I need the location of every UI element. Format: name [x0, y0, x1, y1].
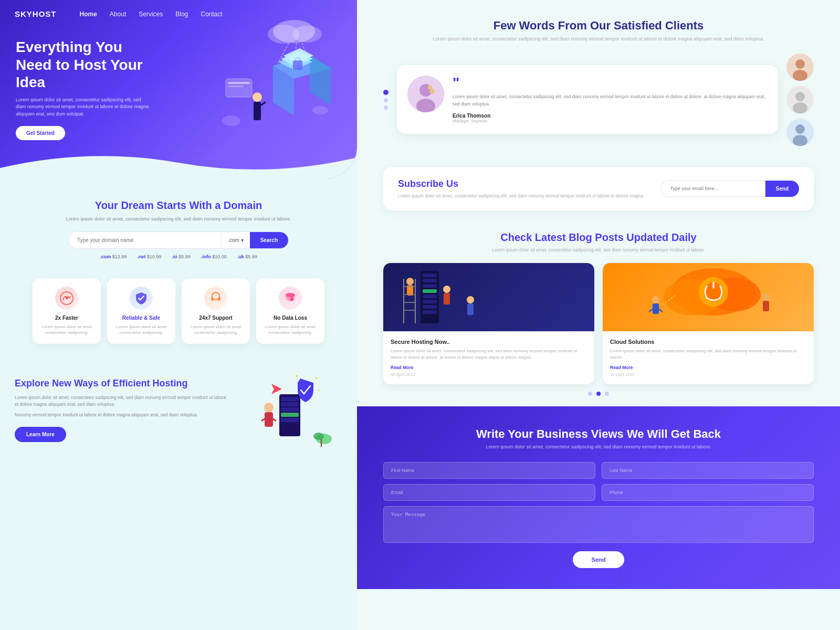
contact-first-name-input[interactable] [383, 462, 595, 479]
blog-card-1-read-more[interactable]: Read More [391, 365, 587, 370]
svg-rect-36 [281, 413, 299, 417]
contact-message-textarea[interactable] [383, 506, 814, 543]
svg-point-57 [795, 92, 805, 101]
speedometer-icon [59, 291, 74, 306]
blog-dot-3[interactable] [605, 392, 609, 396]
svg-rect-63 [423, 274, 437, 277]
hero-cta-button[interactable]: Get Started [16, 126, 65, 140]
blog-section: Check Latest Blog Posts Updated Daily Lo… [357, 221, 840, 406]
svg-point-94 [762, 293, 770, 301]
subscribe-email-input[interactable] [660, 180, 765, 197]
svg-rect-82 [467, 303, 474, 315]
testimonial-dot-2[interactable] [384, 98, 388, 102]
side-avatar-svg-2 [786, 86, 814, 113]
svg-point-24 [212, 292, 219, 300]
blog-cards: Secure Hosting Now.. Lorem ipsum dolor s… [383, 263, 814, 384]
hero-section: SKYHOST Home About Services Blog Contact… [0, 0, 357, 178]
contact-title: Write Your Business Views We Will Get Ba… [383, 427, 814, 441]
feature-title-data: No Data Loss [264, 315, 317, 321]
svg-rect-34 [281, 402, 299, 406]
svg-rect-42 [265, 412, 273, 427]
side-avatar-svg-3 [786, 119, 814, 146]
feature-card-support: 24x7 Support Lorem ipsum dolor sit amet … [182, 278, 250, 344]
contact-contact-row [383, 484, 814, 501]
svg-point-29 [286, 293, 295, 297]
feature-desc-data: Lorem ipsum dolor sit amet consectetur s… [264, 324, 317, 335]
svg-point-61 [793, 135, 807, 146]
side-avatar-3 [786, 119, 814, 146]
domain-price-info: .info $10.00 [201, 254, 227, 259]
svg-rect-72 [444, 293, 450, 304]
nav-blog[interactable]: Blog [175, 10, 188, 18]
svg-rect-17 [228, 82, 250, 84]
subscribe-section: Subscribe Us Lorem ipsum dolor sit amet,… [383, 167, 814, 211]
blog-dot-2[interactable] [596, 392, 601, 396]
testimonial-body: " Lorem ipsum dolor sit amet, consectetu… [453, 76, 768, 123]
blog-card-1-text: Lorem ipsum dolor sit amet, consectetur … [391, 348, 587, 361]
contact-description: Lorem ipsum dolor sit amet, consectetur … [383, 444, 814, 449]
hosting-svg: ✦ ✦ ✦ [240, 368, 340, 452]
side-avatars [786, 54, 814, 146]
contact-phone-input[interactable] [602, 484, 814, 501]
domain-ext-selector[interactable]: .com ▾ [221, 232, 249, 248]
subscribe-description: Lorem ipsum dolor sit amet, consectetur … [398, 193, 645, 200]
domain-price-com: .com $12.99 [100, 254, 127, 259]
testimonials-title: Few Words From Our Satisfied Clients [383, 19, 814, 33]
svg-point-55 [793, 70, 807, 81]
subscribe-text: Subscribe Us Lorem ipsum dolor sit amet,… [398, 178, 645, 200]
blog-card-2-body: Cloud Solutions Lorem ipsum dolor sit am… [603, 331, 814, 384]
shield-check-icon [134, 291, 149, 306]
subscribe-send-button[interactable]: Send [765, 181, 799, 197]
blog-card-2-image [603, 263, 814, 331]
svg-rect-95 [763, 301, 769, 311]
feature-card-shield: Reliable & Safe Lorem ipsum dolor sit am… [107, 278, 175, 344]
blog-dot-1[interactable] [588, 392, 592, 396]
domain-search-input[interactable] [69, 232, 221, 248]
testimonial-text: Lorem ipsum dolor sit amet, consectetur … [453, 93, 768, 108]
hero-svg [205, 16, 341, 163]
svg-rect-65 [423, 284, 437, 288]
nav-about[interactable]: About [110, 10, 126, 18]
svg-rect-64 [423, 279, 437, 282]
hosting-learn-more-button[interactable]: Learn More [15, 427, 66, 442]
contact-submit-button[interactable]: Send [573, 551, 625, 568]
feature-desc-speed: Lorem ipsum dolor sit amet consectetur s… [40, 324, 93, 335]
hosting-illustration: ✦ ✦ ✦ [237, 368, 342, 452]
contact-last-name-input[interactable] [602, 462, 814, 479]
domain-search-row: .com ▾ Search [68, 232, 289, 249]
svg-point-13 [253, 92, 262, 102]
feature-title-speed: 2x Faster [40, 315, 93, 321]
svg-rect-68 [423, 300, 437, 303]
domain-prices: .com $12.99 .net $10.99 .io $5.99 .info … [16, 254, 341, 259]
svg-text:✦: ✦ [314, 376, 318, 381]
svg-rect-12 [293, 60, 302, 70]
nav-home[interactable]: Home [80, 10, 97, 18]
svg-rect-33 [281, 397, 299, 401]
svg-point-46 [313, 433, 324, 440]
svg-rect-26 [218, 298, 220, 300]
svg-point-60 [795, 124, 805, 134]
svg-rect-70 [423, 310, 437, 314]
side-avatar-svg-1 [786, 54, 814, 81]
blog-card-2-title: Cloud Solutions [610, 339, 806, 345]
feature-card-data: No Data Loss Lorem ipsum dolor sit amet … [256, 278, 324, 344]
svg-rect-37 [281, 418, 299, 422]
svg-point-54 [795, 59, 805, 69]
blog-card-2-read-more[interactable]: Read More [610, 365, 806, 370]
hosting-desc2: Nonumy eirmod tempor invidunt ut labore … [15, 412, 227, 419]
testimonial-dot-1[interactable] [383, 90, 388, 95]
domain-description: Lorem ipsum dolor sit amet, consectetur … [16, 216, 341, 223]
contact-section: Write Your Business Views We Will Get Ba… [357, 406, 840, 589]
svg-rect-18 [228, 86, 244, 87]
blog-card-1-title: Secure Hosting Now.. [391, 339, 587, 345]
svg-rect-16 [226, 79, 252, 97]
testimonial-dot-3[interactable] [384, 106, 388, 110]
svg-point-81 [467, 296, 474, 303]
domain-search-button[interactable]: Search [250, 232, 288, 248]
svg-rect-69 [423, 305, 437, 309]
nav-services[interactable]: Services [139, 10, 163, 18]
svg-point-2 [292, 26, 322, 43]
svg-text:✦: ✦ [295, 374, 299, 379]
contact-email-input[interactable] [383, 484, 595, 501]
svg-text:✦: ✦ [318, 389, 320, 392]
